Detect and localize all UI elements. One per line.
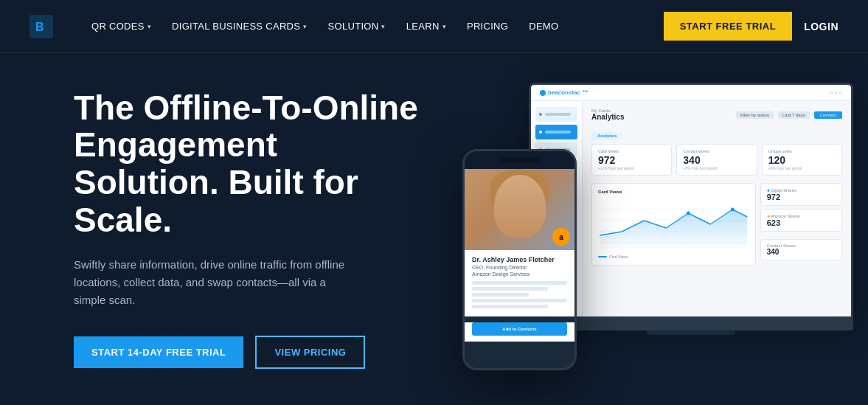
chart-area: Card Views xyxy=(591,183,842,266)
nav-qr-codes[interactable]: QR CODES ▾ xyxy=(83,15,160,38)
contact-saves-value: 340 xyxy=(767,248,796,256)
dashboard-main-header: My Cards Analytics Filter by status Last… xyxy=(591,108,842,121)
chart-title: Card Views xyxy=(598,190,749,194)
hero-section: The Offline-To-Online Engagement Solutio… xyxy=(0,53,868,405)
stat-card-contacts: Contact saved 340 +8% from last period xyxy=(676,144,757,176)
sidebar-label xyxy=(545,113,571,116)
amazon-badge: a xyxy=(552,228,570,246)
mini-value: 623 xyxy=(767,218,836,227)
svg-point-7 xyxy=(731,208,735,212)
header: B QR CODES ▾ DIGITAL BUSINESS CARDS ▾ SO… xyxy=(0,0,868,53)
laptop-foot xyxy=(647,330,735,335)
dashboard-nav: ○ ○ ○ xyxy=(830,90,842,95)
filter-status-tag: Filter by status xyxy=(736,111,774,119)
info-line xyxy=(472,281,567,285)
stat-sub: +12% from last period xyxy=(598,166,665,170)
sidebar-icon xyxy=(539,131,542,134)
header-actions: START FREE TRIAL LOGIN xyxy=(664,12,839,41)
nav-learn[interactable]: LEARN ▾ xyxy=(397,15,455,38)
nav-digital-business-cards[interactable]: DIGITAL BUSINESS CARDS ▾ xyxy=(163,15,316,38)
brand-logo: beaconstac™ xyxy=(540,89,588,96)
laptop-base xyxy=(529,319,853,330)
logo[interactable]: B xyxy=(29,15,53,38)
brand-dot xyxy=(540,90,546,96)
hero-subtitle: Swiftly share information, drive online … xyxy=(74,256,354,309)
phone-top-bar xyxy=(465,151,574,169)
sidebar-item-dbcs xyxy=(535,107,577,122)
chevron-down-icon: ▾ xyxy=(147,23,151,30)
dashboard-body: My Cards Analytics Filter by status Last… xyxy=(531,101,851,316)
stat-sub: +5% from last period xyxy=(768,166,836,170)
nav-solution[interactable]: SOLUTION ▾ xyxy=(319,15,395,38)
phone-profile-image: a xyxy=(465,169,574,250)
contact-name: Dr. Ashley James Fletcher xyxy=(472,256,567,263)
start-trial-button[interactable]: START 14-DAY FREE TRIAL xyxy=(74,336,243,368)
info-line xyxy=(472,287,548,291)
contact-title: CEO, Founding Director xyxy=(472,265,567,270)
nav-pricing[interactable]: PRICING xyxy=(458,15,517,38)
dashboard-header: beaconstac™ ○ ○ ○ xyxy=(531,85,851,101)
filter-date-tag: Last 7 days xyxy=(778,111,810,119)
phone-card-body: Dr. Ashley James Fletcher CEO, Founding … xyxy=(465,250,574,316)
dot-blue-icon: ● xyxy=(767,187,770,193)
info-line xyxy=(472,305,548,308)
svg-point-6 xyxy=(687,212,690,215)
laptop-mockup: beaconstac™ ○ ○ ○ xyxy=(529,83,853,348)
hero-title: The Offline-To-Online Engagement Solutio… xyxy=(74,89,428,238)
analytics-title: Analytics xyxy=(591,113,624,121)
mini-label: ● Digital Shares xyxy=(767,187,836,193)
dashboard-main: My Cards Analytics Filter by status Last… xyxy=(583,101,851,316)
stat-sub: +8% from last period xyxy=(683,166,750,170)
phone-mockup: a Dr. Ashley James Fletcher CEO, Foundin… xyxy=(462,149,577,370)
phone-cta-button: Add to Contacts xyxy=(472,322,567,336)
analytics-tab: Analytics xyxy=(591,132,623,139)
sidebar-icon xyxy=(539,113,542,116)
view-pricing-button[interactable]: VIEW PRICING xyxy=(255,336,365,369)
dot-orange-icon: ● xyxy=(767,213,770,218)
line-chart xyxy=(598,198,749,250)
dash-nav-item: ○ ○ ○ xyxy=(830,90,842,95)
sidebar-label xyxy=(545,131,571,134)
phone-notch xyxy=(501,157,538,163)
stat-label: Contact saved xyxy=(683,149,750,153)
stats-grid: Card Views 972 +12% from last period Con… xyxy=(591,144,842,176)
contact-saves-stat: Contact Saves 340 xyxy=(760,239,842,260)
mini-value: 972 xyxy=(767,193,836,201)
chevron-down-icon: ▾ xyxy=(303,23,307,30)
hero-buttons: START 14-DAY FREE TRIAL VIEW PRICING xyxy=(74,336,428,369)
info-line xyxy=(472,299,567,302)
chevron-down-icon: ▾ xyxy=(442,23,446,30)
dashboard-section-title: My Cards Analytics xyxy=(591,108,624,121)
mini-stats: ● Digital Shares 972 ● Physical Sh xyxy=(760,183,842,266)
hero-content: The Offline-To-Online Engagement Solutio… xyxy=(74,89,428,369)
mini-stat-physical: ● Physical Shares 623 xyxy=(760,209,842,232)
stat-value: 340 xyxy=(683,155,750,165)
main-nav: QR CODES ▾ DIGITAL BUSINESS CARDS ▾ SOLU… xyxy=(83,15,664,38)
laptop-screen: beaconstac™ ○ ○ ○ xyxy=(529,83,853,319)
info-line xyxy=(472,293,529,297)
phone-info-lines xyxy=(472,281,567,308)
chevron-down-icon: ▾ xyxy=(381,23,385,30)
contact-company: Amazon Design Services xyxy=(472,271,567,277)
hero-visual: a Dr. Ashley James Fletcher CEO, Foundin… xyxy=(462,68,853,385)
mini-label: ● Physical Shares xyxy=(767,213,836,218)
mini-stat-digital: ● Digital Shares 972 xyxy=(760,183,842,206)
nav-demo[interactable]: DEMO xyxy=(520,15,567,38)
dashboard-filters: Filter by status Last 7 days Connect xyxy=(736,111,842,119)
stat-value: 120 xyxy=(768,155,836,165)
stat-card-views: Card Views 972 +12% from last period xyxy=(591,144,672,176)
svg-text:B: B xyxy=(35,21,44,33)
dashboard: beaconstac™ ○ ○ ○ xyxy=(531,85,851,316)
phone-cta-area: Add to Contacts xyxy=(465,322,574,342)
profile-face xyxy=(494,175,546,238)
line-chart-card: Card Views xyxy=(591,183,756,266)
stat-label: Unique users xyxy=(768,149,836,153)
login-button[interactable]: LOGIN xyxy=(804,21,839,32)
stat-label: Card Views xyxy=(598,149,665,153)
start-free-trial-button[interactable]: START FREE TRIAL xyxy=(664,12,793,41)
stat-card-unique: Unique users 120 +5% from last period xyxy=(762,144,842,176)
sidebar-item-analytics xyxy=(535,125,577,139)
filter-connect-button: Connect xyxy=(814,111,842,119)
stat-value: 972 xyxy=(598,155,665,165)
